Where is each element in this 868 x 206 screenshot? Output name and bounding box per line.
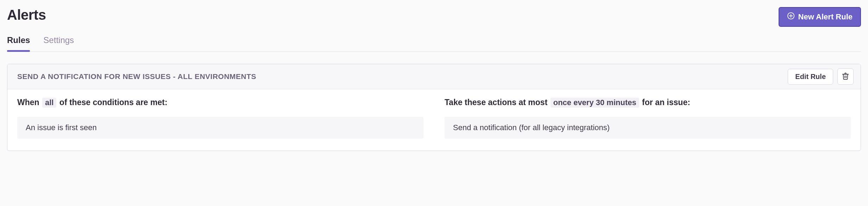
new-alert-rule-button[interactable]: New Alert Rule (779, 7, 861, 27)
edit-rule-button[interactable]: Edit Rule (788, 69, 833, 85)
page-title: Alerts (7, 7, 46, 23)
tab-settings[interactable]: Settings (43, 33, 74, 52)
tab-rules[interactable]: Rules (7, 33, 30, 52)
actions-prefix: Take these actions at most (445, 98, 547, 107)
actions-heading: Take these actions at most once every 30… (445, 98, 851, 108)
actions-suffix: for an issue: (642, 98, 690, 107)
delete-rule-button[interactable] (837, 68, 854, 85)
plus-circle-icon (787, 12, 795, 22)
new-alert-rule-label: New Alert Rule (798, 12, 853, 22)
conditions-heading: When all of these conditions are met: (17, 98, 423, 108)
condition-item: An issue is first seen (17, 117, 423, 139)
conditions-suffix: of these conditions are met: (59, 98, 168, 107)
action-item: Send a notification (for all legacy inte… (445, 117, 851, 139)
actions-frequency-pill: once every 30 minutes (551, 98, 639, 108)
tabs: Rules Settings (7, 33, 861, 52)
alert-rule-card: SEND A NOTIFICATION FOR NEW ISSUES - ALL… (7, 64, 861, 151)
actions-column: Take these actions at most once every 30… (445, 98, 851, 139)
trash-icon (842, 72, 849, 81)
conditions-column: When all of these conditions are met: An… (17, 98, 423, 139)
conditions-prefix: When (17, 98, 39, 107)
rule-header: SEND A NOTIFICATION FOR NEW ISSUES - ALL… (7, 64, 861, 89)
rule-title: SEND A NOTIFICATION FOR NEW ISSUES - ALL… (17, 72, 256, 81)
conditions-match-pill: all (42, 98, 56, 108)
